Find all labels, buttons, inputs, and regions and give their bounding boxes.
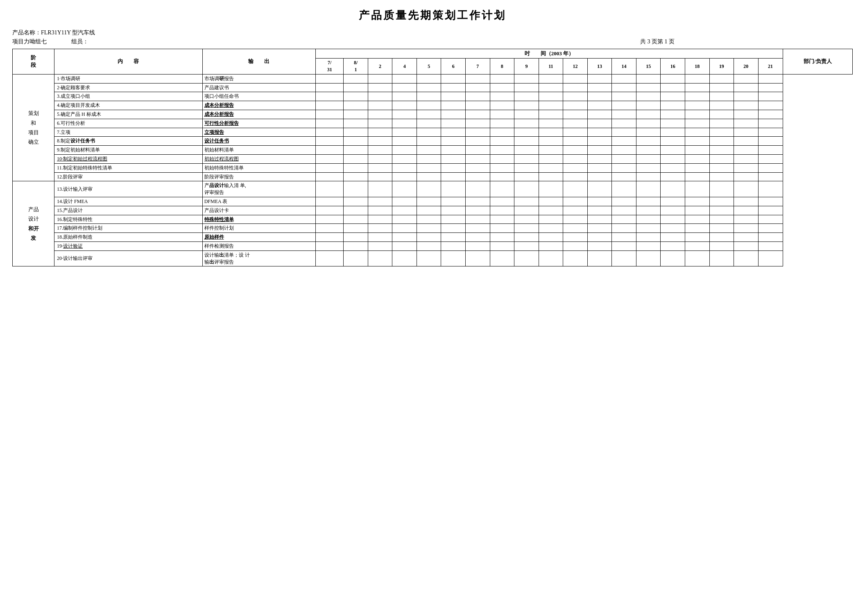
content-14: 14.设计 FMEA [54,197,203,206]
page-title: 产品质量先期策划工作计划 [12,8,853,23]
output-header: 输 出 [202,49,316,74]
col-21: 21 [758,59,783,74]
group-members: 组员： [71,38,462,45]
content-9: 9.制定初始材料清单 [54,146,203,155]
col-13: 13 [587,59,612,74]
output-11: 初始特殊特性清单 [202,163,316,172]
table-row: 产品设计和开发 13.设计输入评审 产品设计输入清 单,评审报告 [13,181,853,197]
content-2: 2·确定顾客要求 [54,83,203,92]
table-row: 12.阶段评审 阶段评审报告 [13,172,853,181]
table-row: 18.原始样件制造 原始样件 [13,233,853,242]
content-11: 11.制定初始特殊特性清单 [54,163,203,172]
page-info: 共 3 页第 1 页 [462,38,853,45]
col-8: 8 [490,59,514,74]
table-row: 9.制定初始材料清单 初始材料清单 [13,146,853,155]
content-16: 16.制定特殊特性 [54,215,203,224]
content-10: 10·制定初始过程流程图 [54,154,203,163]
output-1: 市场调研报告 [202,74,316,83]
col-7-31: 7/31 [316,59,344,74]
content-17: 17.编制样件控制计划 [54,224,203,233]
output-6: 可行性分析报告 [202,119,316,128]
table-row: 11.制定初始特殊特性清单 初始特殊特性清单 [13,163,853,172]
content-13: 13.设计输入评审 [54,181,203,197]
col-19: 19 [709,59,734,74]
output-5: 成本分析报告 [202,110,316,119]
output-16: 特殊特性清单 [202,215,316,224]
table-row: 策划和项目确立 1·市场调研 市场调研报告 [13,74,853,83]
col-16: 16 [661,59,685,74]
table-row: 15.产品设计 产品设计卡 [13,206,853,215]
stage-header: 阶段 [13,49,54,74]
output-13: 产品设计输入清 单,评审报告 [202,181,316,197]
content-18: 18.原始样件制造 [54,233,203,242]
product-name: 产品名称：FLR31Y11Y 型汽车线 [12,29,95,36]
col-15: 15 [636,59,661,74]
col-4: 4 [392,59,417,74]
time-header: 吋 间（2003 年） [316,49,783,59]
table-row: 19·设计验证 样件检测报告 [13,241,853,250]
table-row: 20·设计输出评审 设计输出清单；设 计输出评审报告 [13,250,853,266]
table-row: 6.可行性分析 可行性分析报告 [13,119,853,128]
content-7: 7.立项 [54,128,203,137]
content-12: 12.阶段评审 [54,172,203,181]
content-19: 19·设计验证 [54,241,203,250]
output-10: 初始过程流程图 [202,154,316,163]
output-20: 设计输出清单；设 计输出评审报告 [202,250,316,266]
col-6: 6 [441,59,466,74]
output-8: 设计任务书 [202,137,316,146]
output-18: 原始样件 [202,233,316,242]
table-row: 14.设计 FMEA DFMEA 表 [13,197,853,206]
output-7: 立项报告 [202,128,316,137]
output-19: 样件检测报告 [202,241,316,250]
col-9: 9 [514,59,539,74]
col-12: 12 [563,59,588,74]
table-row: 16.制定特殊特性 特殊特性清单 [13,215,853,224]
table-row: 2·确定顾客要求 产品建议书 [13,83,853,92]
output-9: 初始材料清单 [202,146,316,155]
output-3: 项口小组任命书 [202,92,316,101]
table-row: 10·制定初始过程流程图 初始过程流程图 [13,154,853,163]
content-8: 8.制定设计任务书 [54,137,203,146]
content-5: 5.确定产品 H 标成木 [54,110,203,119]
output-17: 样件控制计划 [202,224,316,233]
col-7: 7 [466,59,490,74]
stage-planning: 策划和项目确立 [13,74,54,181]
col-8-1: 8/1 [344,59,368,74]
table-row: 17.编制样件控制计划 样件控制计划 [13,224,853,233]
content-15: 15.产品设计 [54,206,203,215]
project-team: 项目力呦组七 [12,38,47,45]
table-row: 4.确定项目开发成木 成本分析报告 [13,101,853,110]
content-1: 1·市场调研 [54,74,203,83]
content-20: 20·设计输出评审 [54,250,203,266]
output-2: 产品建议书 [202,83,316,92]
content-4: 4.确定项目开发成木 [54,101,203,110]
col-5: 5 [417,59,441,74]
col-14: 14 [612,59,636,74]
col-11: 11 [539,59,563,74]
dept-header: 部门/负责人 [783,49,852,74]
table-row: 8.制定设计任务书 设计任务书 [13,137,853,146]
col-2: 2 [368,59,392,74]
content-header: 内 容 [54,49,203,74]
col-20: 20 [734,59,759,74]
col-18: 18 [685,59,709,74]
output-15: 产品设计卡 [202,206,316,215]
content-6: 6.可行性分析 [54,119,203,128]
output-12: 阶段评审报告 [202,172,316,181]
content-3: 3.成立项口小组 [54,92,203,101]
output-14: DFMEA 表 [202,197,316,206]
table-row: 5.确定产品 H 标成木 成本分析报告 [13,110,853,119]
stage-design: 产品设计和开发 [13,181,54,266]
table-row: 7.立项 立项报告 [13,128,853,137]
output-4: 成本分析报告 [202,101,316,110]
table-row: 3.成立项口小组 项口小组任命书 [13,92,853,101]
